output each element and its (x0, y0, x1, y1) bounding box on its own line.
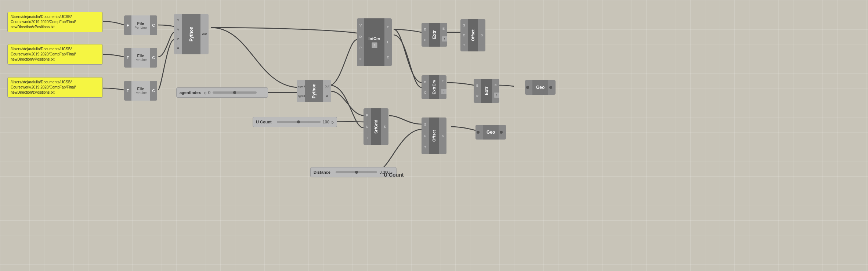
port-l-out: L (386, 40, 391, 44)
file-label-2: File (137, 54, 144, 58)
srfgrid-ports-left: P U I (364, 108, 371, 145)
file-node-z: /Users/stejaraiulia/Documents/UCSB/ Cour… (7, 77, 103, 98)
port-out-2: out (324, 84, 330, 88)
file-node-y-text: /Users/stejaraiulia/Documents/UCSB/ Cour… (11, 47, 76, 61)
offset-top-ports-left: S D T (460, 19, 468, 51)
python-agent-label: Python (305, 80, 323, 102)
slider-u-count-value: 100 (323, 120, 329, 124)
file-label-1: File (137, 21, 144, 26)
port-d: D (358, 35, 363, 39)
offset-node-top: S D T Offset S (460, 19, 485, 51)
intcrv-ports-right: C L D (384, 18, 392, 66)
port-a-in: a (175, 46, 181, 50)
port-e-extr-top: E (441, 27, 446, 30)
geo-top-port-left (525, 80, 532, 95)
port-t-offset-top: T (462, 43, 467, 47)
port-p-extr-top: P (423, 38, 428, 42)
python-agent-ports-left: agents agentIndex (297, 80, 305, 102)
port-p-extr-bot: P (475, 94, 480, 98)
per-line-label-1: Per Line (134, 26, 147, 29)
port-s-offset-top: S (462, 24, 467, 27)
port-k: K (358, 57, 363, 61)
offset-bottom-ports-left: S D T (422, 118, 429, 154)
port-c-out: C (386, 25, 391, 29)
per-line-node-1: F File Per Line C (124, 15, 157, 35)
up-arrow-extr-top[interactable]: ↑ (442, 36, 447, 42)
diamond-icon: ◇ (204, 91, 207, 95)
port-b-extr-top: B (423, 28, 428, 31)
per-line-label-3: Per Line (134, 91, 147, 95)
slider-u-count-bar[interactable] (277, 121, 321, 123)
port-x: x (175, 18, 181, 22)
port-s-srf: S (382, 125, 387, 129)
extrcrv-label: ExtrCrv (429, 75, 439, 99)
port-c-3: C (150, 81, 157, 101)
port-s-offset-bot-out: S (440, 134, 445, 138)
geo-node-top: Geo (525, 80, 556, 95)
port-t-offset-bot: T (423, 145, 428, 149)
extr-bottom-ports-right: E ↑ (492, 79, 499, 103)
srfgrid-node: P U I SrfGrid S (364, 108, 388, 145)
slider-agent-index-value: 0 (208, 90, 210, 95)
srfgrid-label: SrfGrid (371, 108, 381, 145)
port-d-offset-top: D (462, 33, 467, 37)
port-agentindex: agentIndex (298, 95, 304, 97)
up-arrow-extr-bot[interactable]: ↑ (494, 92, 499, 98)
port-out: out (202, 32, 207, 36)
python-main-ports-left: x y z a (174, 14, 182, 54)
up-arrow-button[interactable]: ↑ (372, 42, 377, 48)
geo-bottom-label: Geo (483, 125, 499, 140)
port-c-1: C (150, 15, 157, 35)
port-b-extr-bot: B (475, 84, 480, 87)
port-f-1: F (124, 15, 131, 35)
port-a-out: a (324, 94, 330, 98)
extrcrv-ports-right: E ↑ (439, 75, 446, 99)
port-b-extrcrv: B (423, 80, 428, 84)
offset-bottom-label: Offset (429, 118, 439, 154)
offset-top-label: Offset (468, 19, 478, 51)
slider-agent-index-label: agentIndex (180, 90, 201, 95)
port-e-extrcrv: E (440, 79, 445, 83)
extr-top-label: Extr (429, 23, 440, 47)
geo-node-bottom: Geo (475, 125, 506, 140)
up-arrow-extrcrv[interactable]: ↑ (441, 88, 446, 94)
geo-top-port-right (548, 80, 556, 95)
port-s-offset-bot: S (423, 123, 428, 126)
port-c-extrcrv: C (423, 91, 428, 94)
port-s-offset-top-out: S (479, 33, 484, 37)
port-d-offset-bot: D (423, 134, 428, 138)
port-p-srf: P (365, 113, 370, 117)
extrcrv-ports-left: B C (422, 75, 429, 99)
extr-top-ports-left: B P (422, 23, 429, 47)
diamond-icon-2: ◇ (331, 120, 334, 124)
extr-node-bottom: B P Extr E ↑ (474, 79, 499, 103)
geo-top-label: Geo (532, 80, 548, 95)
geo-bottom-port-right (499, 125, 506, 140)
port-d-out: D (386, 55, 391, 59)
file-label-3: File (137, 87, 144, 91)
python-node-agent: agents agentIndex Python out a (297, 80, 331, 102)
intcrv-node: V D P K IntCrv ↑ C L D (357, 18, 392, 66)
slider-distance-label: Distance (314, 170, 330, 174)
python-node-main: x y z a Python out (174, 14, 209, 54)
extr-top-ports-right: E ↑ (440, 23, 447, 47)
python-agent-ports-right: out a (323, 80, 331, 102)
file-node-z-text: /Users/stejaraiulia/Documents/UCSB/ Cour… (11, 80, 76, 94)
file-node-y: /Users/stejaraiulia/Documents/UCSB/ Cour… (7, 44, 103, 65)
extrcrv-node: B C ExtrCrv E ↑ (422, 75, 446, 99)
per-line-node-2: F File Per Line C (124, 48, 157, 68)
geo-bottom-port-left (475, 125, 483, 140)
slider-agent-index[interactable]: agentIndex ◇ 0 (176, 87, 268, 98)
offset-bottom-ports-right: S (439, 118, 446, 154)
port-agents: agents (298, 85, 304, 88)
extr-bottom-ports-left: B P (474, 79, 481, 103)
file-node-x: /Users/stejaraiulia/Documents/UCSB/ Cour… (7, 12, 103, 32)
file-node-x-text: /Users/stejaraiulia/Documents/UCSB/ Cour… (11, 15, 76, 29)
slider-u-count[interactable]: U Count 100 ◇ (253, 117, 337, 127)
slider-u-count-label: U Count (256, 120, 272, 124)
slider-agent-index-bar[interactable] (213, 91, 257, 94)
slider-distance-bar[interactable] (336, 171, 377, 173)
extr-bottom-label: Extr (481, 79, 492, 103)
per-line-label-2: Per Line (134, 58, 147, 62)
port-z: z (175, 37, 181, 41)
